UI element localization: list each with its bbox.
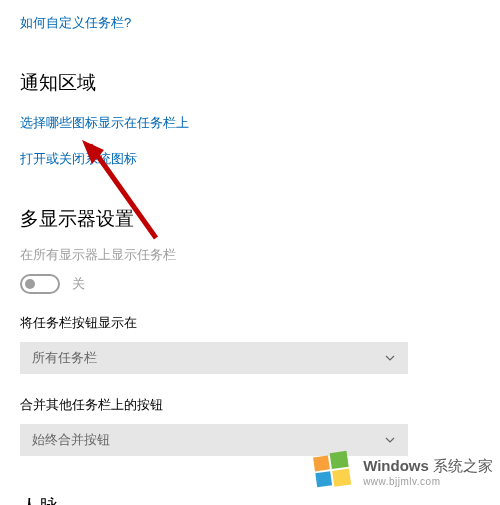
combine-value: 始终合并按钮 [32, 431, 110, 449]
show-on-all-toggle [20, 274, 60, 294]
watermark-url: www.bjjmlv.com [363, 476, 440, 487]
people-title: 人脉 [20, 494, 480, 505]
show-buttons-label: 将任务栏按钮显示在 [20, 314, 480, 332]
chevron-down-icon [384, 352, 396, 364]
svg-rect-3 [315, 471, 332, 487]
windows-logo-icon [311, 449, 353, 495]
customize-taskbar-link[interactable]: 如何自定义任务栏? [20, 14, 480, 32]
svg-rect-4 [332, 469, 351, 487]
svg-rect-1 [313, 455, 330, 471]
show-on-all-label: 在所有显示器上显示任务栏 [20, 246, 480, 264]
show-buttons-value: 所有任务栏 [32, 349, 97, 367]
toggle-state-label: 关 [72, 275, 85, 293]
notification-area-title: 通知区域 [20, 70, 480, 96]
watermark: Windows 系统之家 www.bjjmlv.com [311, 449, 493, 495]
chevron-down-icon [384, 434, 396, 446]
show-buttons-dropdown[interactable]: 所有任务栏 [20, 342, 408, 374]
select-icons-link[interactable]: 选择哪些图标显示在任务栏上 [20, 114, 480, 132]
combine-label: 合并其他任务栏上的按钮 [20, 396, 480, 414]
watermark-brand: Windows 系统之家 [363, 457, 493, 476]
multi-monitor-title: 多显示器设置 [20, 206, 480, 232]
system-icons-link[interactable]: 打开或关闭系统图标 [20, 150, 480, 168]
toggle-knob [25, 279, 35, 289]
svg-rect-2 [330, 451, 349, 469]
